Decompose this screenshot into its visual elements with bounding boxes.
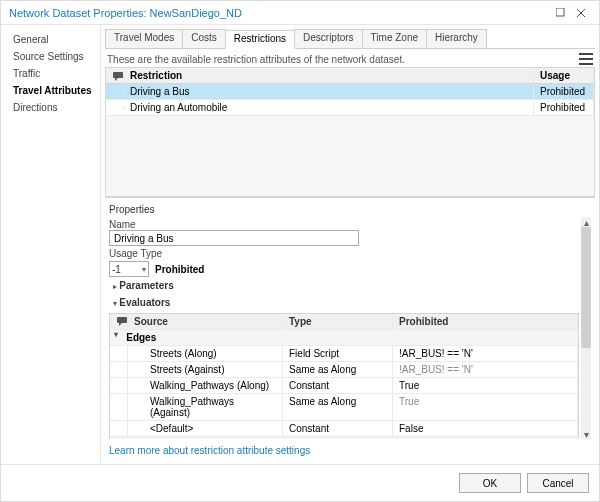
name-input[interactable]: [109, 230, 359, 246]
evaluator-type: Constant: [283, 378, 393, 393]
evaluator-source: Walking_Pathways (Along): [128, 378, 283, 393]
row-icon-cell: [106, 90, 124, 94]
evaluator-row[interactable]: Streets (Against)Same as Along!AR_BUS! =…: [110, 362, 578, 378]
properties-panel: Properties Name Usage Type -1 ▾ Prohibit…: [105, 197, 595, 464]
svg-rect-3: [113, 72, 123, 78]
evaluators-toggle[interactable]: Evaluators: [109, 294, 579, 311]
col-usage[interactable]: Usage: [534, 68, 594, 83]
restrictions-empty-area: [106, 116, 594, 196]
tab-description: These are the available restriction attr…: [107, 54, 405, 65]
evaluator-value: !AR_BUS! == 'N': [393, 362, 578, 377]
chevron-down-icon: ▾: [142, 265, 146, 274]
sidebar: GeneralSource SettingsTrafficTravel Attr…: [1, 25, 101, 464]
col-source[interactable]: Source: [128, 314, 283, 329]
sidebar-item[interactable]: Source Settings: [9, 48, 100, 65]
col-restriction[interactable]: Restriction: [124, 68, 534, 83]
evaluator-value: False: [393, 421, 578, 436]
name-label: Name: [109, 219, 579, 230]
tab[interactable]: Restrictions: [225, 30, 295, 49]
comment-icon[interactable]: [106, 69, 124, 83]
properties-title: Properties: [109, 204, 591, 215]
scroll-down-icon[interactable]: ▾: [581, 429, 591, 439]
evaluator-row[interactable]: Walking_Pathways (Along)ConstantTrue: [110, 378, 578, 394]
svg-marker-4: [115, 78, 118, 81]
restrictions-table: Restriction Usage Driving a BusProhibite…: [105, 67, 595, 197]
svg-rect-5: [117, 317, 127, 323]
evaluators-table: Source Type Prohibited EdgesStreets (Alo…: [109, 313, 579, 439]
sidebar-item[interactable]: Directions: [9, 99, 100, 116]
col-value[interactable]: Prohibited: [393, 314, 578, 329]
usage-type-label: Usage Type: [109, 248, 579, 259]
restrictions-header: Restriction Usage: [106, 68, 594, 84]
col-type[interactable]: Type: [283, 314, 393, 329]
parameters-toggle[interactable]: Parameters: [109, 277, 579, 294]
window-title: Network Dataset Properties: NewSanDiego_…: [9, 7, 551, 19]
evaluator-type: Field Script: [283, 346, 393, 361]
tab[interactable]: Travel Modes: [105, 29, 183, 48]
tab[interactable]: Descriptors: [294, 29, 363, 48]
tabs: Travel ModesCostsRestrictionsDescriptors…: [105, 29, 595, 49]
tab[interactable]: Time Zone: [362, 29, 427, 48]
titlebar: Network Dataset Properties: NewSanDiego_…: [1, 1, 599, 25]
svg-marker-6: [119, 323, 122, 326]
minimize-icon[interactable]: [551, 5, 571, 21]
evaluator-type: Same as Along: [283, 394, 393, 420]
evaluator-value: !AR_BUS! == 'N': [393, 346, 578, 361]
evaluator-row[interactable]: <Default>ConstantFalse: [110, 421, 578, 437]
scroll-track[interactable]: [581, 227, 591, 429]
scroll-thumb[interactable]: [581, 227, 591, 348]
subbar: These are the available restriction attr…: [105, 49, 595, 67]
table-row[interactable]: Driving a BusProhibited: [106, 84, 594, 100]
usage-type-select[interactable]: -1 ▾: [109, 261, 149, 277]
menu-icon[interactable]: [579, 53, 593, 65]
restriction-usage: Prohibited: [534, 84, 594, 99]
evaluator-source: <Default>: [128, 421, 283, 436]
evaluator-type: Same as Along: [283, 362, 393, 377]
restriction-usage: Prohibited: [534, 100, 594, 115]
close-icon[interactable]: [571, 5, 591, 21]
evaluator-source: Streets (Along): [128, 346, 283, 361]
sidebar-item[interactable]: Traffic: [9, 65, 100, 82]
evaluator-value: True: [393, 378, 578, 393]
evaluator-row[interactable]: Streets (Along)Field Script!AR_BUS! == '…: [110, 346, 578, 362]
scrollbar[interactable]: ▴ ▾: [581, 217, 591, 439]
tab[interactable]: Hierarchy: [426, 29, 487, 48]
tab[interactable]: Costs: [182, 29, 226, 48]
ok-button[interactable]: OK: [459, 473, 521, 493]
svg-rect-0: [556, 8, 564, 16]
scroll-up-icon[interactable]: ▴: [581, 217, 591, 227]
restriction-name: Driving a Bus: [124, 84, 534, 99]
usage-type-text: Prohibited: [155, 264, 204, 275]
evaluator-row[interactable]: Walking_Pathways (Against)Same as AlongT…: [110, 394, 578, 421]
evaluator-group[interactable]: Edges: [110, 330, 578, 346]
learn-more-link[interactable]: Learn more about restriction attribute s…: [109, 439, 591, 462]
comment-icon[interactable]: [110, 314, 128, 329]
evaluator-value: True: [393, 394, 578, 420]
row-icon-cell: [106, 106, 124, 110]
evaluator-source: Streets (Against): [128, 362, 283, 377]
evaluator-type: Constant: [283, 421, 393, 436]
dialog-window: Network Dataset Properties: NewSanDiego_…: [0, 0, 600, 502]
main-panel: Travel ModesCostsRestrictionsDescriptors…: [101, 25, 599, 464]
table-row[interactable]: Driving an AutomobileProhibited: [106, 100, 594, 116]
restriction-name: Driving an Automobile: [124, 100, 534, 115]
evaluator-source: Walking_Pathways (Against): [128, 394, 283, 420]
sidebar-item[interactable]: General: [9, 31, 100, 48]
cancel-button[interactable]: Cancel: [527, 473, 589, 493]
footer: OK Cancel: [1, 464, 599, 501]
sidebar-item[interactable]: Travel Attributes: [9, 82, 100, 99]
evaluators-header: Source Type Prohibited: [110, 314, 578, 330]
